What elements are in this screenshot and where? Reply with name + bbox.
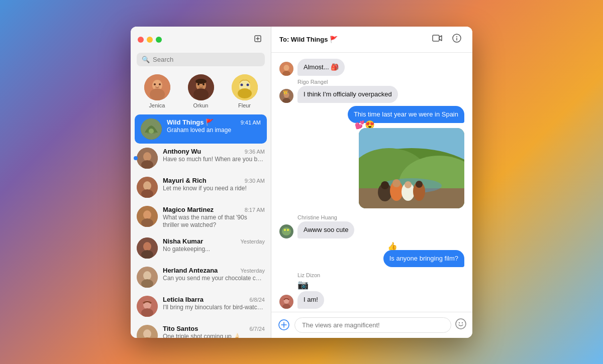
video-call-button[interactable] [429, 33, 445, 46]
info-button[interactable] [449, 32, 464, 47]
conv-name-nisha: Nisha Kumar [163, 237, 203, 245]
compose-button[interactable] [252, 33, 264, 47]
conv-content-herland: Herland Antezana Yesterday Can you send … [163, 267, 265, 282]
conv-name-herland: Herland Antezana [163, 267, 218, 274]
contact-jenica[interactable]: Jenica [144, 74, 170, 108]
chat-panel: To: Wild Things 🚩 [271, 27, 472, 338]
app-window: 🔍 [131, 27, 472, 338]
conv-avatar-nisha [137, 237, 158, 259]
titlebar [131, 27, 271, 53]
svg-point-62 [405, 181, 412, 188]
msg-group-liz: Liz Dizon 📷 I am! [279, 272, 464, 308]
conversation-magico[interactable]: Magico Martinez 8:17 AM What was the nam… [131, 202, 271, 233]
svg-point-18 [149, 129, 154, 134]
msg-bubble-rigo: I think I'm officially overpacked [297, 86, 398, 103]
conv-avatar-herland [137, 267, 158, 288]
conv-preview-herland: Can you send me your chocolate chip cook… [163, 275, 265, 282]
message-photo: 💕😍 [279, 128, 464, 208]
svg-point-3 [150, 88, 165, 100]
svg-point-74 [462, 322, 463, 323]
sender-christine: Christine Huang [297, 214, 464, 220]
conv-content-magico: Magico Martinez 8:17 AM What was the nam… [163, 206, 265, 229]
message-almost: Almost... 🎒 [279, 59, 464, 76]
msg-group-christine: Christine Huang Awww soo cute [279, 214, 464, 238]
compose-add-button[interactable] [277, 318, 290, 331]
msg-bubble-christine: Awww soo cute [297, 221, 354, 238]
msg-bubble-film: Is anyone bringing film? [383, 250, 464, 267]
close-button[interactable] [138, 37, 144, 43]
conversation-list: Wild Things 🚩 9:41 AM Graham loved an im… [131, 114, 271, 338]
svg-point-42 [456, 36, 457, 37]
conv-preview-mayuri: Let me know if you need a ride! [163, 185, 265, 192]
conv-time-wild-things: 9:41 AM [241, 119, 261, 126]
film-msg-group: 👍 Is anyone bringing film? [383, 241, 464, 267]
conv-content-anthony: Anthony Wu 9:36 AM Have so much fun! Whe… [163, 148, 265, 163]
minimize-button[interactable] [147, 37, 153, 43]
conv-avatar-leticia [137, 296, 158, 317]
svg-point-61 [392, 179, 400, 187]
contact-avatar-orkun [188, 74, 214, 100]
conversation-tito[interactable]: Tito Santos 6/7/24 One triple shot comin… [131, 321, 271, 338]
conversation-wild-things[interactable]: Wild Things 🚩 9:41 AM Graham loved an im… [135, 114, 267, 144]
conv-name-leticia: Leticia Ibarra [163, 296, 204, 303]
conv-name-magico: Magico Martinez [163, 206, 214, 213]
svg-text:👑: 👑 [283, 89, 288, 94]
message-film: 👍 Is anyone bringing film? [279, 241, 464, 267]
svg-point-15 [246, 83, 249, 86]
svg-point-63 [416, 181, 423, 188]
msg-group-rigo: Rigo Rangel 👑 I think I'm officially ove… [279, 79, 464, 103]
conv-preview-nisha: No gatekeeping... [163, 246, 265, 253]
msg-avatar-rigo: 👑 [279, 89, 293, 103]
svg-point-29 [143, 242, 151, 251]
conv-time-anthony: 9:36 AM [245, 149, 265, 155]
chat-header: To: Wild Things 🚩 [271, 27, 472, 53]
conversation-leticia[interactable]: Leticia Ibarra 6/8/24 I'll bring my bino… [131, 292, 271, 321]
sender-rigo: Rigo Rangel [297, 79, 464, 85]
search-icon: 🔍 [142, 56, 150, 63]
conv-time-tito: 6/7/24 [249, 326, 265, 332]
svg-point-72 [456, 319, 466, 329]
contact-avatar-fleur [232, 74, 258, 100]
conversation-anthony-wu[interactable]: Anthony Wu 9:36 AM Have so much fun! Whe… [131, 144, 271, 173]
messages-area: Almost... 🎒 Rigo Rangel 👑 I [271, 53, 472, 312]
conv-name-anthony: Anthony Wu [163, 148, 201, 155]
conversation-mayuri-rich[interactable]: Mayuri & Rich 9:30 AM Let me know if you… [131, 173, 271, 202]
unread-indicator [134, 156, 138, 160]
conv-name-tito: Tito Santos [163, 325, 198, 332]
search-input[interactable] [153, 56, 260, 63]
conv-content-nisha: Nisha Kumar Yesterday No gatekeeping... [163, 237, 265, 253]
svg-point-23 [143, 181, 151, 190]
conv-avatar-mayuri [137, 177, 158, 198]
search-bar[interactable]: 🔍 [137, 53, 265, 66]
contact-name-fleur: Fleur [238, 102, 251, 108]
svg-point-11 [195, 79, 207, 84]
msg-avatar-1 [279, 62, 293, 76]
message-christine: Awww soo cute [279, 221, 464, 238]
conversation-herland[interactable]: Herland Antezana Yesterday Can you send … [131, 263, 271, 292]
svg-point-32 [143, 271, 151, 280]
conv-content-wild-things: Wild Things 🚩 9:41 AM Graham loved an im… [167, 118, 261, 134]
conversation-nisha[interactable]: Nisha Kumar Yesterday No gatekeeping... [131, 233, 271, 263]
svg-point-67 [287, 229, 289, 231]
conv-avatar-wild-things [141, 118, 162, 140]
maximize-button[interactable] [156, 37, 162, 43]
msg-bubble-liz: I am! [297, 291, 324, 308]
emoji-button[interactable] [455, 318, 466, 332]
msg-bubble-almost: Almost... 🎒 [297, 59, 345, 76]
suggested-contacts: Jenica [131, 71, 271, 114]
svg-point-4 [154, 83, 156, 85]
traffic-lights [138, 37, 162, 43]
svg-point-73 [459, 322, 460, 323]
conv-time-leticia: 6/8/24 [249, 297, 265, 303]
contact-orkun[interactable]: Orkun [188, 74, 214, 108]
compose-area [271, 312, 472, 338]
svg-rect-40 [433, 35, 439, 41]
svg-point-14 [240, 83, 243, 86]
photo-container: 💕😍 [359, 128, 464, 208]
sender-liz: Liz Dizon [297, 272, 464, 278]
chat-title: To: Wild Things 🚩 [279, 36, 425, 43]
conv-preview-magico: What was the name of that '90s thriller … [163, 214, 265, 229]
contact-fleur[interactable]: Fleur [232, 74, 258, 108]
contact-avatar-jenica [144, 74, 170, 100]
compose-input[interactable] [294, 317, 451, 333]
